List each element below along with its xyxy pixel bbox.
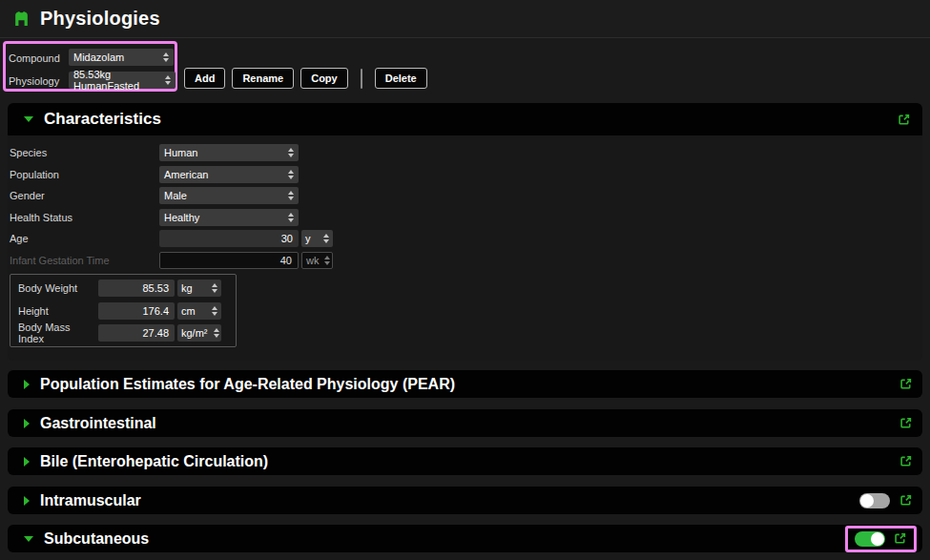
caret-right-icon bbox=[24, 457, 30, 467]
age-unit-value: y bbox=[305, 233, 311, 244]
up-down-spinner-icon bbox=[282, 170, 294, 179]
body-weight-input[interactable]: 85.53 bbox=[98, 280, 175, 297]
health-status-label: Health Status bbox=[10, 209, 72, 226]
open-in-new-window-icon[interactable] bbox=[899, 377, 913, 391]
physiology-select-value: 85.53kg HumanFasted bbox=[73, 69, 159, 92]
caret-down-icon bbox=[24, 536, 33, 542]
up-down-spinner-icon bbox=[282, 213, 294, 222]
infant-gestation-time-input: 40 bbox=[159, 252, 299, 269]
section-bile-title: Bile (Enterohepatic Circulation) bbox=[40, 453, 268, 470]
section-intramuscular[interactable]: Intramuscular bbox=[8, 487, 922, 514]
delete-button[interactable]: Delete bbox=[375, 68, 427, 89]
section-subcutaneous-title: Subcutaneous bbox=[44, 530, 149, 548]
intramuscular-toggle-off[interactable] bbox=[859, 493, 890, 508]
toolbar-buttons: Add Rename Copy Delete bbox=[184, 68, 427, 89]
up-down-spinner-icon bbox=[282, 191, 294, 200]
toggle-knob bbox=[860, 494, 874, 508]
up-down-spinner-icon bbox=[206, 283, 217, 293]
population-select[interactable]: American bbox=[159, 166, 299, 183]
up-down-spinner-icon bbox=[157, 52, 169, 62]
body-weight-unit-value: kg bbox=[181, 282, 193, 294]
open-in-new-window-icon[interactable] bbox=[899, 416, 913, 430]
up-down-spinner-icon bbox=[282, 148, 294, 157]
characteristics-title: Characteristics bbox=[44, 110, 161, 129]
caret-right-icon bbox=[24, 419, 30, 428]
physiology-label: Physiology bbox=[9, 75, 59, 87]
section-subcutaneous[interactable]: Subcutaneous bbox=[8, 525, 922, 552]
species-label: Species bbox=[10, 144, 47, 161]
height-row: Height 176.4 cm bbox=[18, 302, 228, 320]
rename-button[interactable]: Rename bbox=[232, 68, 294, 89]
body-mass-index-unit-value: kg/m² bbox=[181, 327, 208, 339]
section-pear[interactable]: Population Estimates for Age-Related Phy… bbox=[8, 370, 922, 398]
age-unit-select[interactable]: y bbox=[301, 230, 333, 247]
body-weight-label: Body Weight bbox=[18, 282, 98, 294]
app-header: Physiologies bbox=[0, 0, 930, 38]
caret-right-icon bbox=[24, 496, 30, 506]
physiologies-page: Physiologies Compound Midazolam Physiolo… bbox=[0, 0, 930, 560]
gender-label: Gender bbox=[10, 187, 45, 204]
height-unit-value: cm bbox=[181, 305, 196, 317]
characteristics-header[interactable]: Characteristics bbox=[8, 103, 922, 135]
section-intramuscular-title: Intramuscular bbox=[40, 492, 141, 509]
section-bile[interactable]: Bile (Enterohepatic Circulation) bbox=[8, 447, 922, 475]
population-label: Population bbox=[10, 166, 59, 183]
copy-button[interactable]: Copy bbox=[300, 68, 348, 89]
gender-select-value: Male bbox=[164, 190, 187, 201]
species-select-value: Human bbox=[164, 147, 197, 158]
gender-select[interactable]: Male bbox=[159, 187, 299, 204]
body-metrics-group: Body Weight 85.53 kg Height 176.4 cm bbox=[10, 274, 237, 347]
up-down-spinner-icon bbox=[318, 234, 329, 243]
open-in-new-window-icon[interactable] bbox=[899, 454, 913, 468]
physiology-torso-icon bbox=[12, 10, 31, 28]
section-pear-title: Population Estimates for Age-Related Phy… bbox=[40, 376, 455, 393]
infant-gestation-unit-value: wk bbox=[306, 255, 319, 266]
open-in-new-window-icon[interactable] bbox=[893, 531, 907, 546]
compound-label: Compound bbox=[9, 52, 60, 64]
height-label: Height bbox=[18, 305, 98, 317]
open-in-new-window-icon[interactable] bbox=[899, 493, 913, 508]
toolbar-divider bbox=[361, 69, 362, 89]
health-status-select[interactable]: Healthy bbox=[159, 209, 299, 226]
body-mass-index-unit-select[interactable]: kg/m² bbox=[177, 324, 221, 342]
population-select-value: American bbox=[164, 169, 208, 180]
subcutaneous-toggle-on[interactable] bbox=[855, 531, 885, 547]
caret-down-icon bbox=[24, 116, 33, 122]
section-characteristics: Characteristics Species Human Population… bbox=[8, 103, 922, 361]
highlight-box-subcutaneous-toggle bbox=[845, 526, 917, 552]
age-input[interactable]: 30 bbox=[159, 230, 299, 247]
body-mass-index-label: Body Mass Index bbox=[18, 321, 98, 344]
height-input[interactable]: 176.4 bbox=[98, 302, 175, 320]
up-down-spinner-icon bbox=[206, 306, 217, 316]
toolbar: Compound Midazolam Physiology 85.53kg Hu… bbox=[0, 39, 930, 102]
physiology-select[interactable]: 85.53kg HumanFasted bbox=[69, 72, 176, 89]
compound-select[interactable]: Midazolam bbox=[69, 49, 174, 66]
up-down-spinner-icon bbox=[208, 328, 219, 338]
toggle-knob bbox=[871, 532, 884, 546]
height-unit-select[interactable]: cm bbox=[177, 302, 221, 320]
infant-gestation-time-label: Infant Gestation Time bbox=[10, 252, 110, 269]
health-status-select-value: Healthy bbox=[164, 212, 199, 223]
age-label: Age bbox=[10, 230, 29, 247]
characteristics-body: Species Human Population American Gender… bbox=[8, 135, 922, 361]
body-mass-index-row: Body Mass Index 27.48 kg/m² bbox=[18, 324, 228, 342]
section-gastrointestinal-title: Gastrointestinal bbox=[40, 415, 156, 432]
body-mass-index-input[interactable]: 27.48 bbox=[98, 324, 175, 342]
caret-right-icon bbox=[24, 380, 30, 389]
body-weight-row: Body Weight 85.53 kg bbox=[18, 280, 228, 297]
body-weight-unit-select[interactable]: kg bbox=[177, 280, 221, 297]
compound-select-value: Midazolam bbox=[73, 52, 124, 63]
open-in-new-window-icon[interactable] bbox=[897, 113, 911, 127]
species-select[interactable]: Human bbox=[159, 144, 299, 161]
section-gastrointestinal[interactable]: Gastrointestinal bbox=[8, 409, 922, 437]
infant-gestation-time-unit-select: wk bbox=[301, 252, 333, 269]
up-down-spinner-icon bbox=[159, 75, 171, 85]
up-down-spinner-icon bbox=[319, 256, 330, 265]
page-title: Physiologies bbox=[40, 8, 160, 30]
add-button[interactable]: Add bbox=[184, 68, 225, 89]
